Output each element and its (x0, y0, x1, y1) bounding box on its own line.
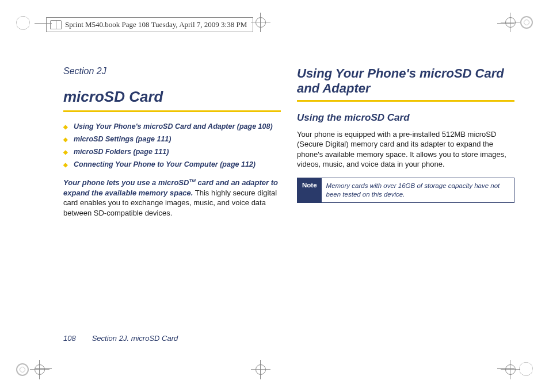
header-text: Sprint M540.book Page 108 Tuesday, April… (65, 20, 247, 29)
subsection-heading: Using the microSD Card (297, 112, 514, 124)
printer-circle-icon (520, 16, 533, 29)
running-head: Section 2J. microSD Card (92, 334, 178, 343)
note-label: Note (298, 178, 322, 202)
book-icon (50, 20, 62, 29)
title-rule (63, 110, 281, 112)
page-content: Section 2J microSD Card ◆Using Your Phon… (63, 66, 514, 335)
crop-mark-icon (35, 368, 52, 369)
intro-lead-a: Your phone lets you use a microSD (63, 178, 189, 187)
registration-mark-icon (253, 15, 268, 30)
note-body: Memory cards with over 16GB of storage c… (322, 178, 514, 202)
heading-rule (297, 100, 514, 102)
registration-mark-icon (32, 362, 47, 377)
crop-mark-icon (497, 23, 514, 24)
printer-circle-icon (16, 363, 29, 376)
bullet-icon: ◆ (63, 135, 68, 144)
page-title: microSD Card (63, 88, 281, 106)
printer-gear-icon (519, 362, 533, 376)
toc-list: ◆Using Your Phone's microSD Card and Ada… (63, 122, 281, 170)
toc-item: ◆microSD Folders (page 111) (63, 148, 281, 157)
bullet-icon: ◆ (63, 122, 68, 132)
tm-mark: TM (189, 178, 196, 183)
registration-mark-icon (503, 362, 518, 377)
crop-mark-icon (497, 368, 514, 369)
body-paragraph: Your phone is equipped with a pre-instal… (297, 129, 514, 170)
toc-text: Using Your Phone's microSD Card and Adap… (74, 122, 273, 132)
right-column: Using Your Phone's microSD Card and Adap… (297, 66, 514, 335)
section-label: Section 2J (63, 66, 281, 76)
left-column: Section 2J microSD Card ◆Using Your Phon… (63, 66, 281, 335)
intro-paragraph: Your phone lets you use a microSDTM card… (63, 178, 281, 218)
page-number: 108 (63, 334, 76, 343)
printer-gear-icon (16, 16, 30, 30)
registration-mark-icon (503, 15, 518, 30)
toc-item: ◆Connecting Your Phone to Your Computer … (63, 160, 281, 170)
toc-text: microSD Settings (page 111) (74, 135, 171, 144)
bullet-icon: ◆ (63, 148, 68, 157)
page-footer: 108 Section 2J. microSD Card (63, 334, 178, 343)
toc-item: ◆Using Your Phone's microSD Card and Ada… (63, 122, 281, 132)
framemaker-header: Sprint M540.book Page 108 Tuesday, April… (46, 17, 253, 32)
note-box: Note Memory cards with over 16GB of stor… (297, 178, 514, 203)
toc-text: microSD Folders (page 111) (74, 148, 169, 157)
toc-item: ◆microSD Settings (page 111) (63, 135, 281, 144)
toc-text: Connecting Your Phone to Your Computer (… (74, 160, 256, 170)
bullet-icon: ◆ (63, 160, 68, 170)
section-heading: Using Your Phone's microSD Card and Adap… (297, 66, 514, 97)
registration-mark-icon (253, 362, 268, 377)
